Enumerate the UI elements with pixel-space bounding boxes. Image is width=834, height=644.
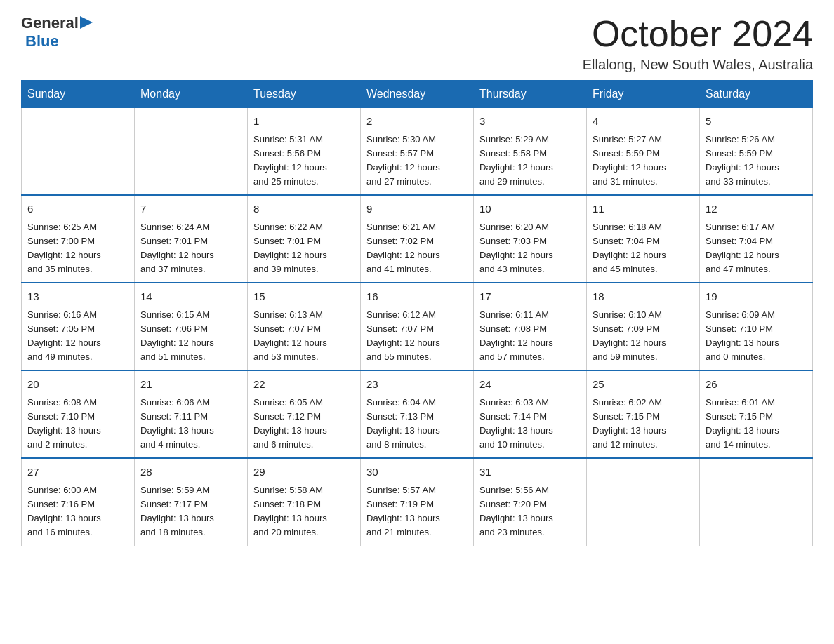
day-info: Sunrise: 5:27 AM Sunset: 5:59 PM Dayligh… <box>593 133 694 189</box>
day-number: 1 <box>253 114 355 130</box>
calendar-cell: 4Sunrise: 5:27 AM Sunset: 5:59 PM Daylig… <box>587 108 700 196</box>
day-number: 2 <box>366 114 468 130</box>
calendar-week-row: 20Sunrise: 6:08 AM Sunset: 7:10 PM Dayli… <box>22 370 813 458</box>
calendar-cell: 1Sunrise: 5:31 AM Sunset: 5:56 PM Daylig… <box>248 108 361 196</box>
calendar-cell: 26Sunrise: 6:01 AM Sunset: 7:15 PM Dayli… <box>700 370 813 458</box>
day-info: Sunrise: 5:59 AM Sunset: 7:17 PM Dayligh… <box>140 483 241 540</box>
day-info: Sunrise: 5:57 AM Sunset: 7:19 PM Dayligh… <box>366 483 468 540</box>
day-number: 8 <box>253 201 355 217</box>
day-number: 7 <box>140 201 241 217</box>
calendar-header-saturday: Saturday <box>700 81 813 108</box>
day-info: Sunrise: 6:06 AM Sunset: 7:11 PM Dayligh… <box>140 396 241 452</box>
day-info: Sunrise: 6:20 AM Sunset: 7:03 PM Dayligh… <box>479 220 581 277</box>
day-info: Sunrise: 5:26 AM Sunset: 5:59 PM Dayligh… <box>706 133 807 189</box>
calendar-cell: 12Sunrise: 6:17 AM Sunset: 7:04 PM Dayli… <box>700 195 813 283</box>
calendar-cell: 24Sunrise: 6:03 AM Sunset: 7:14 PM Dayli… <box>474 370 587 458</box>
day-number: 30 <box>366 464 468 481</box>
calendar-cell: 6Sunrise: 6:25 AM Sunset: 7:00 PM Daylig… <box>22 195 135 283</box>
logo: General Blue <box>21 14 93 51</box>
calendar-header-row: SundayMondayTuesdayWednesdayThursdayFrid… <box>22 81 813 108</box>
day-number: 22 <box>253 377 355 393</box>
calendar-cell: 15Sunrise: 6:13 AM Sunset: 7:07 PM Dayli… <box>248 283 361 370</box>
day-number: 21 <box>140 377 241 393</box>
calendar-cell: 3Sunrise: 5:29 AM Sunset: 5:58 PM Daylig… <box>474 108 587 196</box>
calendar-cell: 25Sunrise: 6:02 AM Sunset: 7:15 PM Dayli… <box>587 370 700 458</box>
calendar-cell: 21Sunrise: 6:06 AM Sunset: 7:11 PM Dayli… <box>135 370 248 458</box>
calendar-week-row: 6Sunrise: 6:25 AM Sunset: 7:00 PM Daylig… <box>22 195 813 283</box>
day-info: Sunrise: 5:29 AM Sunset: 5:58 PM Dayligh… <box>479 133 581 189</box>
day-info: Sunrise: 6:22 AM Sunset: 7:01 PM Dayligh… <box>253 220 355 277</box>
calendar-cell: 2Sunrise: 5:30 AM Sunset: 5:57 PM Daylig… <box>361 108 474 196</box>
day-info: Sunrise: 6:08 AM Sunset: 7:10 PM Dayligh… <box>27 396 128 452</box>
calendar-cell: 7Sunrise: 6:24 AM Sunset: 7:01 PM Daylig… <box>135 195 248 283</box>
day-number: 3 <box>479 114 581 130</box>
page-header: General Blue October 2024 Ellalong, New … <box>21 14 813 73</box>
day-number: 10 <box>479 201 581 217</box>
day-number: 15 <box>253 289 355 305</box>
calendar-cell: 9Sunrise: 6:21 AM Sunset: 7:02 PM Daylig… <box>361 195 474 283</box>
day-number: 4 <box>593 114 694 130</box>
day-number: 5 <box>706 114 807 130</box>
day-info: Sunrise: 6:16 AM Sunset: 7:05 PM Dayligh… <box>27 308 128 365</box>
day-info: Sunrise: 5:30 AM Sunset: 5:57 PM Dayligh… <box>366 133 468 189</box>
calendar-cell: 30Sunrise: 5:57 AM Sunset: 7:19 PM Dayli… <box>361 458 474 546</box>
calendar-cell: 8Sunrise: 6:22 AM Sunset: 7:01 PM Daylig… <box>248 195 361 283</box>
day-info: Sunrise: 5:31 AM Sunset: 5:56 PM Dayligh… <box>253 133 355 189</box>
logo-general-text: General <box>21 14 79 32</box>
day-info: Sunrise: 6:13 AM Sunset: 7:07 PM Dayligh… <box>253 308 355 365</box>
calendar-cell: 19Sunrise: 6:09 AM Sunset: 7:10 PM Dayli… <box>700 283 813 370</box>
calendar-header-thursday: Thursday <box>474 81 587 108</box>
day-info: Sunrise: 6:21 AM Sunset: 7:02 PM Dayligh… <box>366 220 468 277</box>
calendar-cell: 27Sunrise: 6:00 AM Sunset: 7:16 PM Dayli… <box>22 458 135 546</box>
calendar-cell: 10Sunrise: 6:20 AM Sunset: 7:03 PM Dayli… <box>474 195 587 283</box>
logo-arrow-icon <box>80 16 93 29</box>
day-number: 26 <box>706 377 807 393</box>
day-number: 25 <box>593 377 694 393</box>
day-number: 13 <box>27 289 128 305</box>
calendar-cell: 17Sunrise: 6:11 AM Sunset: 7:08 PM Dayli… <box>474 283 587 370</box>
calendar-week-row: 1Sunrise: 5:31 AM Sunset: 5:56 PM Daylig… <box>22 108 813 196</box>
day-info: Sunrise: 6:09 AM Sunset: 7:10 PM Dayligh… <box>706 308 807 365</box>
day-number: 16 <box>366 289 468 305</box>
day-info: Sunrise: 6:11 AM Sunset: 7:08 PM Dayligh… <box>479 308 581 365</box>
day-info: Sunrise: 6:24 AM Sunset: 7:01 PM Dayligh… <box>140 220 241 277</box>
calendar-cell: 16Sunrise: 6:12 AM Sunset: 7:07 PM Dayli… <box>361 283 474 370</box>
calendar-cell <box>700 458 813 546</box>
calendar-header-monday: Monday <box>135 81 248 108</box>
day-number: 24 <box>479 377 581 393</box>
day-info: Sunrise: 6:05 AM Sunset: 7:12 PM Dayligh… <box>253 396 355 452</box>
calendar-cell: 5Sunrise: 5:26 AM Sunset: 5:59 PM Daylig… <box>700 108 813 196</box>
calendar-header-sunday: Sunday <box>22 81 135 108</box>
day-number: 18 <box>593 289 694 305</box>
day-number: 17 <box>479 289 581 305</box>
day-info: Sunrise: 6:00 AM Sunset: 7:16 PM Dayligh… <box>27 483 128 540</box>
day-number: 9 <box>366 201 468 217</box>
calendar-cell: 14Sunrise: 6:15 AM Sunset: 7:06 PM Dayli… <box>135 283 248 370</box>
day-info: Sunrise: 6:12 AM Sunset: 7:07 PM Dayligh… <box>366 308 468 365</box>
calendar-header-friday: Friday <box>587 81 700 108</box>
day-number: 6 <box>27 201 128 217</box>
day-info: Sunrise: 6:15 AM Sunset: 7:06 PM Dayligh… <box>140 308 241 365</box>
calendar-week-row: 27Sunrise: 6:00 AM Sunset: 7:16 PM Dayli… <box>22 458 813 546</box>
day-info: Sunrise: 6:10 AM Sunset: 7:09 PM Dayligh… <box>593 308 694 365</box>
day-info: Sunrise: 6:02 AM Sunset: 7:15 PM Dayligh… <box>593 396 694 452</box>
calendar-cell <box>135 108 248 196</box>
day-info: Sunrise: 5:58 AM Sunset: 7:18 PM Dayligh… <box>253 483 355 540</box>
month-title: October 2024 <box>583 14 813 54</box>
calendar-table: SundayMondayTuesdayWednesdayThursdayFrid… <box>21 80 813 546</box>
calendar-cell: 28Sunrise: 5:59 AM Sunset: 7:17 PM Dayli… <box>135 458 248 546</box>
logo-blue-text: Blue <box>25 32 59 51</box>
calendar-cell: 20Sunrise: 6:08 AM Sunset: 7:10 PM Dayli… <box>22 370 135 458</box>
day-info: Sunrise: 6:17 AM Sunset: 7:04 PM Dayligh… <box>706 220 807 277</box>
day-number: 12 <box>706 201 807 217</box>
day-number: 20 <box>27 377 128 393</box>
location-title: Ellalong, New South Wales, Australia <box>583 57 813 73</box>
calendar-cell: 29Sunrise: 5:58 AM Sunset: 7:18 PM Dayli… <box>248 458 361 546</box>
calendar-cell: 11Sunrise: 6:18 AM Sunset: 7:04 PM Dayli… <box>587 195 700 283</box>
day-info: Sunrise: 6:25 AM Sunset: 7:00 PM Dayligh… <box>27 220 128 277</box>
calendar-cell: 23Sunrise: 6:04 AM Sunset: 7:13 PM Dayli… <box>361 370 474 458</box>
calendar-cell <box>22 108 135 196</box>
day-number: 19 <box>706 289 807 305</box>
svg-marker-0 <box>80 16 93 29</box>
day-number: 28 <box>140 464 241 481</box>
